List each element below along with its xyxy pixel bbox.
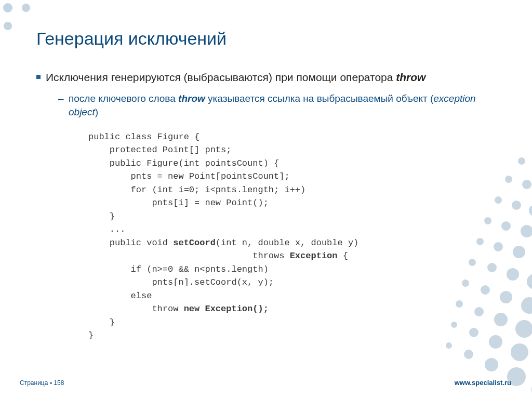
- footer-page-number: 158: [54, 379, 64, 387]
- code-line: ...: [88, 224, 125, 234]
- slide-content: Исключения генерируются (выбрасываются) …: [36, 70, 501, 342]
- code-line: }: [88, 317, 115, 327]
- code-line: pnts = new Point[pointsCount];: [88, 171, 290, 181]
- svg-point-29: [507, 268, 519, 281]
- code-line: public class Figure {: [88, 132, 200, 142]
- slide-title: Генерация исключений: [36, 29, 227, 49]
- code-line: throw: [88, 304, 184, 314]
- svg-point-33: [500, 291, 512, 303]
- svg-point-17: [512, 201, 521, 210]
- code-line: pnts[i] = new Point();: [88, 198, 269, 208]
- svg-point-11: [518, 157, 525, 165]
- svg-point-25: [513, 246, 525, 258]
- svg-point-46: [464, 350, 473, 359]
- code-line: else: [88, 291, 152, 301]
- code-line: protected Point[] pnts;: [88, 145, 231, 155]
- code-setcoord: setCoord: [173, 238, 216, 248]
- slide: Генерация исключений Исключения генериру…: [0, 0, 532, 399]
- code-line: throws: [88, 251, 290, 261]
- bullet2-throw: throw: [178, 93, 205, 104]
- svg-point-38: [515, 320, 532, 338]
- bullet2-text-a: после ключевого слова: [69, 93, 178, 104]
- code-line: public void: [88, 238, 173, 248]
- code-line: for (int i=0; i<pnts.length; i++): [88, 185, 305, 195]
- svg-point-43: [511, 343, 528, 361]
- bullet1-text-a: Исключения генерируются (выбрасываются) …: [46, 71, 396, 83]
- bullet-level2: после ключевого слова throw указывается …: [58, 92, 501, 118]
- svg-point-21: [521, 225, 532, 237]
- svg-point-45: [446, 342, 452, 349]
- code-line: public Figure(int pointsCount) {: [88, 158, 279, 168]
- svg-point-5: [3, 3, 12, 12]
- svg-point-47: [485, 358, 498, 371]
- code-line: (int n, double x, double y): [216, 238, 358, 248]
- bullet1-throw: throw: [396, 71, 425, 83]
- bullet2-text-e: ): [95, 107, 98, 117]
- code-line: {: [338, 251, 348, 261]
- svg-point-13: [505, 176, 512, 183]
- footer-page-label: Страница: [20, 379, 48, 387]
- footer-page: Страница ▪ 158: [20, 379, 64, 387]
- code-block: public class Figure { protected Point[] …: [88, 130, 501, 342]
- svg-point-8: [4, 22, 12, 30]
- code-line: pnts[n].setCoord(x, y);: [88, 277, 274, 287]
- code-exception-kw: Exception: [290, 251, 338, 261]
- code-line: }: [88, 330, 94, 340]
- footer-url: www.specialist.ru: [455, 379, 511, 387]
- svg-point-30: [527, 274, 532, 289]
- bullet-level1: Исключения генерируются (выбрасываются) …: [36, 70, 501, 85]
- svg-point-20: [501, 221, 511, 231]
- code-new-exception: new Exception();: [184, 304, 269, 314]
- svg-point-18: [529, 205, 532, 216]
- svg-point-14: [522, 180, 531, 189]
- bullet2-text-c: указывается ссылка на выбрасываемый объе…: [205, 93, 433, 104]
- code-line: }: [88, 211, 115, 221]
- svg-point-34: [521, 297, 532, 314]
- code-line: if (n>=0 && n<pnts.length): [88, 264, 269, 274]
- svg-point-6: [22, 4, 30, 12]
